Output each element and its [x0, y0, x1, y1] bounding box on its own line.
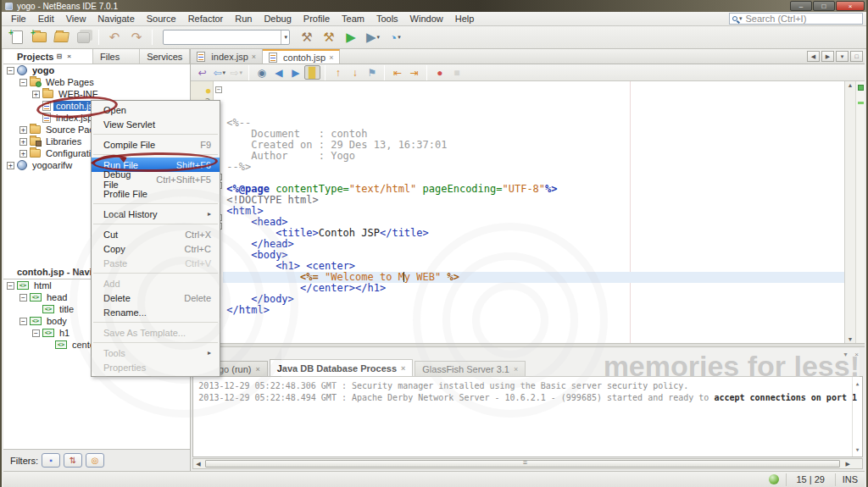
- dropdown-icon[interactable]: ▾: [240, 69, 243, 76]
- clean-build-project-button[interactable]: ⚒: [319, 28, 339, 47]
- menu-run[interactable]: Run: [229, 13, 258, 25]
- combobox-dropdown-icon[interactable]: ▾: [281, 30, 287, 44]
- menu-source[interactable]: Source: [141, 13, 182, 25]
- tab-projects[interactable]: Projects⊟×: [3, 49, 93, 64]
- output-tab-glassfish-server-3-1[interactable]: GlassFish Server 3.1×: [415, 361, 526, 376]
- debug-project-button[interactable]: ▶▾: [363, 28, 383, 47]
- menu-item-debug-file[interactable]: Debug FileCtrl+Shift+F5: [92, 172, 220, 186]
- menu-debug[interactable]: Debug: [258, 13, 297, 25]
- editor-tab-index-jsp[interactable]: index.jsp×: [191, 49, 263, 64]
- collapse-icon[interactable]: −: [7, 282, 14, 290]
- close-button[interactable]: ×: [836, 1, 865, 11]
- tab-close-icon[interactable]: ×: [514, 365, 518, 374]
- next-bookmark-icon[interactable]: ↓: [347, 65, 363, 80]
- search-scope-dropdown-icon[interactable]: ▾: [739, 15, 743, 22]
- output-horizontal-scrollbar[interactable]: ◀ ▶: [192, 458, 863, 469]
- output-minimize-icon[interactable]: ▾: [842, 351, 850, 358]
- menu-item-open[interactable]: Open: [92, 102, 220, 117]
- menu-item-profile-file[interactable]: Profile File: [92, 186, 220, 201]
- console-vertical-scrollbar[interactable]: ▲▼: [852, 377, 862, 457]
- output-tab-java-db-database-process[interactable]: Java DB Database Process×: [270, 359, 414, 376]
- tree-item-web-pages[interactable]: −Web Pages: [3, 76, 190, 88]
- scroll-down-icon[interactable]: ▼: [848, 336, 854, 342]
- scroll-up-icon[interactable]: ▲: [856, 378, 860, 390]
- next-occurrence-icon[interactable]: ▶: [287, 65, 303, 80]
- project-configuration-combobox[interactable]: ▾: [163, 30, 290, 45]
- expand-icon[interactable]: +: [32, 91, 40, 98]
- collapse-icon[interactable]: −: [32, 329, 40, 337]
- menu-item-delete[interactable]: DeleteDelete: [92, 291, 220, 305]
- menu-item-local-history[interactable]: Local History▸: [92, 207, 220, 221]
- dropdown-icon[interactable]: ▾: [223, 69, 226, 76]
- profile-project-button[interactable]: ◔▾: [385, 28, 405, 47]
- filter-show-inherited-button[interactable]: ◎: [86, 453, 104, 468]
- find-selection-icon[interactable]: ◉: [253, 65, 270, 80]
- toggle-bookmark-icon[interactable]: ⚑: [364, 65, 380, 80]
- tab-close-icon[interactable]: ×: [401, 364, 405, 373]
- menu-item-cut[interactable]: CutCtrl+X: [92, 227, 220, 241]
- menu-navigate[interactable]: Navigate: [92, 13, 140, 25]
- editor-tab-contoh-jsp[interactable]: contoh.jsp×: [263, 49, 340, 64]
- notifications-icon[interactable]: [769, 474, 779, 484]
- tree-item-web-inf[interactable]: +WEB-INF: [3, 88, 190, 100]
- editor-vertical-scrollbar[interactable]: ▲ ▼: [844, 81, 855, 343]
- redo-button[interactable]: ↷: [126, 28, 147, 47]
- menu-profile[interactable]: Profile: [298, 13, 336, 25]
- undo-button[interactable]: ↶: [104, 28, 125, 47]
- restore-button[interactable]: □: [813, 1, 835, 11]
- tab-close-icon[interactable]: ×: [255, 365, 259, 374]
- maximize-window-icon[interactable]: □: [850, 51, 863, 62]
- output-close-icon[interactable]: ×: [852, 351, 861, 358]
- shift-line-left-icon[interactable]: ⇤: [389, 65, 405, 80]
- expand-icon[interactable]: +: [7, 162, 14, 169]
- filter-sort-button[interactable]: ⇅: [64, 453, 82, 468]
- menu-refactor[interactable]: Refactor: [182, 13, 230, 25]
- tab-close-icon[interactable]: ×: [329, 53, 333, 62]
- tree-item-yogo[interactable]: −yogo: [3, 64, 190, 76]
- menu-item-copy[interactable]: CopyCtrl+C: [92, 241, 220, 256]
- menu-view[interactable]: View: [60, 13, 92, 25]
- scroll-right-icon[interactable]: ▶: [846, 461, 850, 468]
- scroll-left-icon[interactable]: ◀: [196, 461, 200, 468]
- tab-close-icon[interactable]: ×: [252, 53, 256, 61]
- run-project-button[interactable]: ▶: [341, 28, 361, 47]
- menu-file[interactable]: File: [5, 13, 32, 25]
- back-icon[interactable]: ⇦▾: [211, 65, 227, 80]
- menu-item-view-servlet[interactable]: View Servlet: [92, 117, 220, 131]
- output-console[interactable]: 2013-12-29 05:22:48.306 GMT : Security m…: [192, 376, 863, 457]
- build-project-button[interactable]: ⚒: [297, 28, 317, 47]
- menu-team[interactable]: Team: [336, 13, 370, 25]
- menu-window[interactable]: Window: [404, 13, 449, 25]
- previous-occurrence-icon[interactable]: ◀: [270, 65, 287, 80]
- collapse-icon[interactable]: −: [19, 79, 27, 86]
- scroll-tabs-right-icon[interactable]: ▶: [821, 51, 834, 62]
- menu-edit[interactable]: Edit: [32, 13, 60, 25]
- menu-tools[interactable]: Tools: [370, 13, 404, 25]
- new-project-button[interactable]: +: [29, 28, 49, 47]
- scroll-tabs-left-icon[interactable]: ◀: [807, 51, 820, 62]
- scroll-down-icon[interactable]: ▼: [856, 444, 860, 456]
- tab-services[interactable]: Services: [140, 49, 190, 64]
- code-editor[interactable]: <%-- Document : contoh Created on : 29 D…: [223, 81, 844, 343]
- last-edit-position-icon[interactable]: ↩: [194, 65, 210, 80]
- projects-dock-icon[interactable]: ⊟: [53, 53, 64, 60]
- tab-files[interactable]: Files: [93, 49, 140, 64]
- search-input[interactable]: ▾ Search (Ctrl+I): [729, 13, 863, 25]
- filter-show-fields-button[interactable]: ▪: [42, 453, 60, 468]
- expand-icon[interactable]: +: [19, 126, 27, 134]
- open-project-button[interactable]: [51, 28, 71, 47]
- collapse-icon[interactable]: −: [19, 318, 27, 325]
- scrollbar-thumb[interactable]: [205, 460, 840, 468]
- collapse-icon[interactable]: −: [7, 67, 14, 75]
- previous-bookmark-icon[interactable]: ↑: [330, 65, 346, 80]
- dropdown-icon[interactable]: ▾: [377, 34, 381, 41]
- start-macro-recording-icon[interactable]: ●: [431, 65, 448, 80]
- new-file-button[interactable]: +: [7, 28, 27, 47]
- dropdown-icon[interactable]: ▾: [398, 34, 401, 41]
- projects-close-icon[interactable]: ×: [64, 53, 74, 60]
- collapse-icon[interactable]: −: [19, 294, 27, 302]
- menu-item-rename---[interactable]: Rename...: [92, 305, 220, 319]
- minimize-button[interactable]: –: [790, 1, 812, 11]
- toggle-highlight-search-icon[interactable]: ▉: [304, 65, 320, 80]
- expand-icon[interactable]: +: [19, 138, 27, 146]
